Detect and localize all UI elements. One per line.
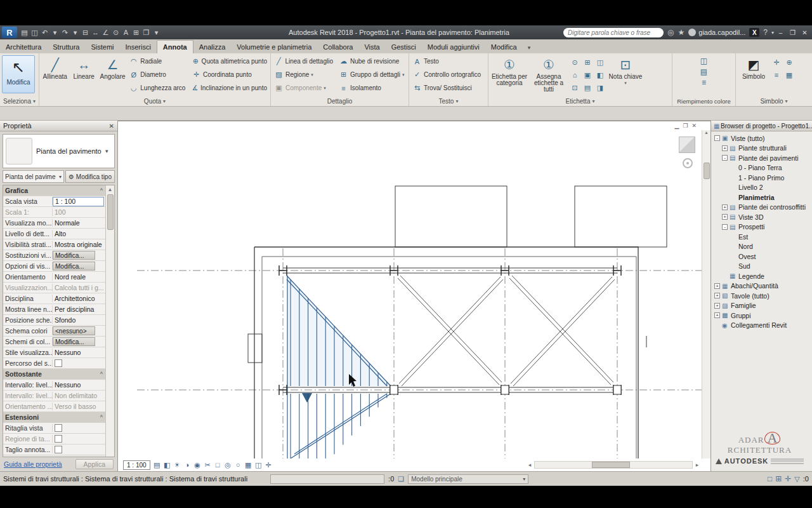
etichetta-tool-icon[interactable]: ⊞ [581, 56, 594, 69]
tree-item[interactable]: Livello 2 [711, 183, 812, 193]
vcb-icon[interactable]: ☀ [173, 461, 182, 469]
dettaglio-button[interactable]: ▣ Componente▾ [272, 81, 337, 95]
etichetta-big-button[interactable]: ① Etichetta per categoria [490, 55, 529, 96]
panel-label-seleziona[interactable]: Seleziona▾ [0, 96, 39, 106]
dettaglio-button[interactable]: ⊞ Gruppo di dettagli▾ [337, 68, 407, 81]
property-row[interactable]: Taglio annota... [3, 444, 105, 455]
scroll-left-icon[interactable]: ◂ [525, 462, 534, 468]
tree-item[interactable]: ▦ Legende [711, 271, 812, 281]
scroll-right-icon[interactable]: ▸ [693, 462, 702, 468]
tree-expander-icon[interactable]: - [722, 155, 728, 161]
help-dropdown-icon[interactable]: ▾ [771, 30, 774, 36]
qat-icon[interactable]: ◫ [30, 27, 39, 37]
etichetta-tool-icon[interactable]: ◫ [594, 56, 606, 69]
worksets-box[interactable] [270, 474, 384, 484]
property-value[interactable] [53, 435, 105, 443]
etichetta-tool-icon[interactable]: ⊙ [568, 56, 581, 69]
quota-big-button[interactable]: ╱ Allineata [41, 55, 69, 96]
property-value[interactable] [53, 359, 105, 367]
quota-big-button[interactable]: ↔ Lineare [69, 55, 98, 96]
dettaglio-button[interactable]: ╱ Linea di dettaglio [272, 55, 337, 68]
property-row[interactable]: Visualizzazion... Calcola tutti i g... [3, 283, 105, 293]
nota-chiave-button[interactable]: ⊡ Nota chiave ▾ [608, 55, 643, 96]
search-input[interactable] [568, 29, 659, 36]
browser-header[interactable]: ▦ Browser di progetto - Progetto1... ✕ [711, 121, 812, 131]
view-minimize-icon[interactable]: ▁ [674, 123, 679, 129]
property-value[interactable] [53, 446, 105, 453]
panel-label-riempimento[interactable]: Riempimento colore [672, 96, 735, 106]
testo-button[interactable]: A Testo [410, 55, 487, 68]
ribbon-tab[interactable]: Vista [358, 41, 385, 53]
panel-label-quota[interactable]: Quota▾ [39, 96, 270, 106]
property-row[interactable]: Visualizza mo... Normale [3, 218, 105, 229]
exchange-apps-icon[interactable]: X [749, 28, 759, 37]
simbolo-tool-icon[interactable]: ✛ [770, 56, 783, 69]
tree-item[interactable]: + ▧ Tavole (tutto) [711, 291, 812, 301]
edit-type-button[interactable]: ⚙ Modifica tipo [65, 170, 115, 183]
qat-icon[interactable]: ↔ [91, 27, 100, 37]
property-row[interactable]: Posizione sche... Sfondo [3, 315, 105, 326]
property-value[interactable]: Architettonico [53, 295, 105, 302]
vscroll-thumb[interactable] [704, 163, 710, 179]
qat-icon[interactable]: ↷ [60, 27, 70, 37]
steering-wheel-icon[interactable] [683, 158, 693, 168]
tree-item[interactable]: Planimetria [711, 192, 812, 203]
tree-item[interactable]: Est [711, 232, 812, 242]
qat-icon[interactable]: ▾ [70, 27, 80, 37]
revit-menu-button[interactable]: R [2, 27, 17, 38]
property-value[interactable]: Sfondo [53, 316, 105, 324]
tree-expander-icon[interactable]: + [714, 303, 720, 309]
selection-toggle-icon[interactable]: ⊞ [775, 474, 782, 483]
property-value[interactable]: Calcola tutti i g... [53, 284, 105, 291]
vcb-icon[interactable]: ◧ [162, 461, 172, 469]
property-row[interactable]: Schema colori <nessuno> [3, 326, 105, 337]
quota-small-button[interactable]: ◠ Radiale [127, 55, 190, 68]
property-row[interactable]: Sottostante [3, 369, 105, 380]
ribbon-tab[interactable]: Architettura [0, 41, 47, 53]
selected-beam-system[interactable] [287, 276, 391, 458]
modify-button[interactable]: ↖ Modifica [2, 55, 35, 93]
property-row[interactable]: Disciplina Architettonico [3, 293, 105, 304]
tree-expander-icon[interactable]: - [722, 224, 728, 230]
ribbon-tab[interactable]: Annota [157, 40, 193, 53]
dettaglio-button[interactable]: ≡ Isolamento [337, 81, 407, 95]
property-value[interactable]: Verso il basso [53, 403, 105, 410]
property-row[interactable]: Estensioni [3, 412, 105, 423]
vcb-icon[interactable]: ○ [233, 461, 243, 469]
tree-expander-icon[interactable]: + [722, 214, 728, 220]
simbolo-tool-icon[interactable]: ▦ [783, 69, 796, 81]
search-box[interactable] [563, 28, 664, 37]
quota-small-button[interactable]: ∡ Inclinazione in un punto [190, 81, 269, 95]
tree-item[interactable]: - ▤ Prospetti [711, 222, 812, 232]
close-button[interactable]: ✕ [799, 27, 811, 38]
vertical-scrollbar[interactable]: ▲ [702, 130, 710, 458]
property-row[interactable]: Ritaglia vista [3, 423, 105, 434]
quota-small-button[interactable]: ⊕ Quota altimetrica punto [190, 55, 269, 68]
tree-expander-icon[interactable]: + [714, 293, 720, 298]
minimize-button[interactable]: – [775, 27, 787, 38]
dettaglio-button[interactable]: ▨ Regione▾ [272, 68, 337, 81]
quota-big-button[interactable]: ∠ Angolare [98, 55, 127, 96]
drawing-area[interactable]: ▁ ❐ ✕ [118, 121, 710, 471]
tree-expander-icon[interactable]: - [714, 135, 720, 141]
property-value[interactable]: 100 [53, 208, 105, 216]
property-value[interactable]: Normale [53, 219, 105, 227]
property-row[interactable]: Sostituzioni vi... Modifica... [3, 250, 105, 261]
qat-icon[interactable]: ↶ [40, 27, 49, 37]
tree-item[interactable]: ◉ Collegamenti Revit [711, 321, 812, 331]
simbolo-button[interactable]: ◩ Simbolo [737, 55, 770, 96]
property-row[interactable]: Schemi di col... Modifica... [3, 337, 105, 347]
etichetta-tool-icon[interactable]: ⊡ [568, 81, 581, 94]
type-selector[interactable]: Pianta del pavimento ▾ [3, 134, 115, 168]
etichetta-tool-icon[interactable]: ▣ [581, 69, 594, 81]
property-row[interactable]: Regione di ta... [3, 434, 105, 444]
tree-expander-icon[interactable]: + [714, 283, 720, 289]
properties-header[interactable]: Proprietà ✕ [0, 121, 117, 131]
tree-item[interactable]: + ▤ Piante dei controsoffitti [711, 203, 812, 213]
favorites-star-icon[interactable]: ★ [678, 28, 685, 37]
tree-expander-icon[interactable]: + [714, 312, 720, 318]
horizontal-scrollbar[interactable]: ◂ ▸ [525, 460, 702, 469]
tree-item[interactable]: 0 - Piano Terra [711, 163, 812, 173]
vcb-icon[interactable]: ◉ [193, 461, 202, 469]
qat-icon[interactable]: ⊞ [131, 27, 141, 37]
